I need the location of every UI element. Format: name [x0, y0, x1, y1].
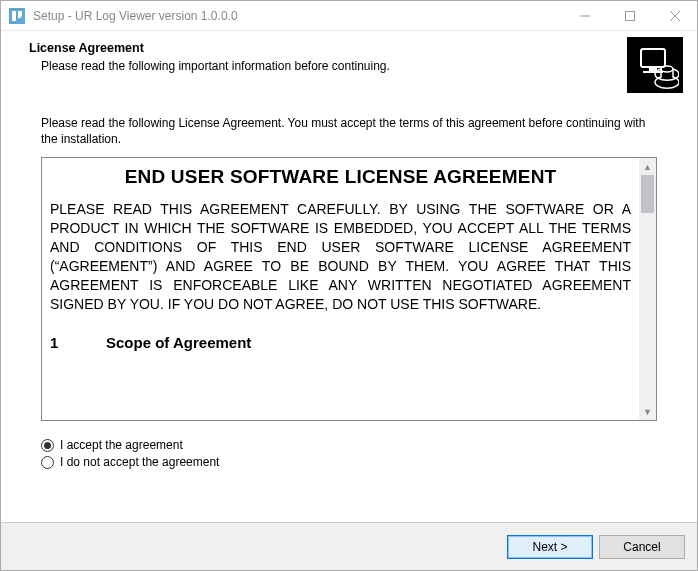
page-subtitle: Please read the following important info…	[41, 59, 677, 73]
window-title: Setup - UR Log Viewer version 1.0.0.0	[33, 9, 562, 23]
scroll-thumb[interactable]	[641, 175, 654, 213]
wizard-header: License Agreement Please read the follow…	[1, 31, 697, 109]
installer-icon	[627, 37, 683, 93]
accept-radio-group: I accept the agreement I do not accept t…	[41, 435, 657, 472]
eula-section-heading: 1Scope of Agreement	[50, 334, 631, 351]
wizard-content: Please read the following License Agreem…	[1, 109, 697, 522]
eula-title: END USER SOFTWARE LICENSE AGREEMENT	[50, 166, 631, 188]
svg-rect-6	[649, 67, 657, 71]
svg-rect-0	[9, 8, 25, 24]
close-button[interactable]	[652, 1, 697, 30]
app-icon	[9, 8, 25, 24]
scrollbar[interactable]: ▲ ▼	[639, 158, 656, 420]
radio-icon	[41, 456, 54, 469]
eula-section-title: Scope of Agreement	[106, 334, 251, 351]
radio-decline[interactable]: I do not accept the agreement	[41, 455, 657, 469]
next-button[interactable]: Next >	[507, 535, 593, 559]
svg-rect-2	[625, 11, 634, 20]
license-text-content[interactable]: END USER SOFTWARE LICENSE AGREEMENT PLEA…	[42, 158, 639, 420]
svg-point-8	[661, 66, 673, 72]
eula-body: PLEASE READ THIS AGREEMENT CAREFULLY. BY…	[50, 200, 631, 313]
scroll-down-icon[interactable]: ▼	[639, 403, 656, 420]
eula-section-number: 1	[50, 334, 106, 351]
radio-decline-label: I do not accept the agreement	[60, 455, 219, 469]
scroll-up-icon[interactable]: ▲	[639, 158, 656, 175]
license-text-box: END USER SOFTWARE LICENSE AGREEMENT PLEA…	[41, 157, 657, 421]
radio-accept-label: I accept the agreement	[60, 438, 183, 452]
cancel-button[interactable]: Cancel	[599, 535, 685, 559]
radio-icon	[41, 439, 54, 452]
minimize-button[interactable]	[562, 1, 607, 30]
svg-rect-5	[641, 49, 665, 67]
maximize-button[interactable]	[607, 1, 652, 30]
titlebar: Setup - UR Log Viewer version 1.0.0.0	[1, 1, 697, 31]
instruction-text: Please read the following License Agreem…	[41, 115, 657, 147]
page-title: License Agreement	[29, 41, 677, 55]
radio-accept[interactable]: I accept the agreement	[41, 438, 657, 452]
wizard-footer: Next > Cancel	[1, 522, 697, 570]
setup-window: Setup - UR Log Viewer version 1.0.0.0 Li…	[0, 0, 698, 571]
svg-rect-7	[643, 71, 663, 73]
